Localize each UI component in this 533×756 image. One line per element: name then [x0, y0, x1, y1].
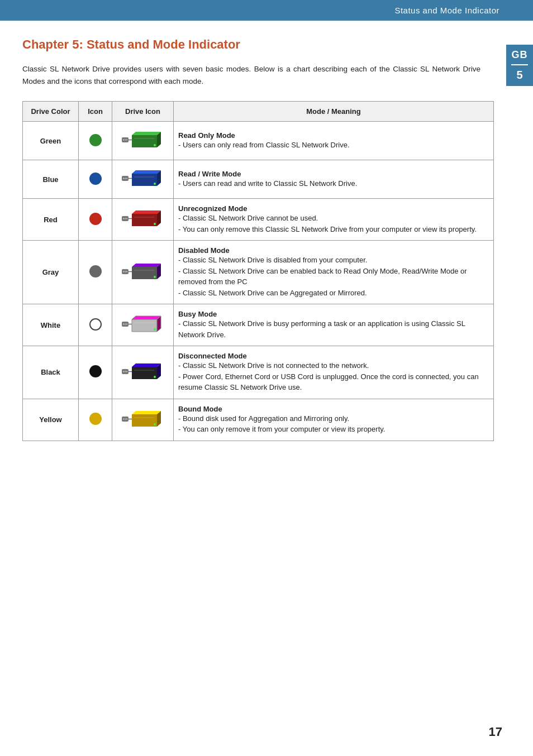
svg-point-13: [126, 178, 127, 179]
mode-desc-1: - Users can read and write to Classic SL…: [178, 178, 489, 189]
language-label: GB: [512, 49, 528, 61]
svg-marker-45: [132, 319, 157, 332]
svg-point-3: [126, 140, 127, 141]
mode-title-3: Disabled Mode: [178, 246, 230, 255]
drive-icon-svg-2: [121, 206, 165, 231]
svg-point-32: [125, 271, 126, 272]
table-row: BlueRead / Write Mode- Users can read an…: [23, 160, 494, 199]
mode-desc-2: - Classic SL Network Drive cannot be use…: [178, 213, 489, 235]
svg-marker-16: [132, 170, 161, 174]
cell-dot-0: [79, 122, 112, 160]
cell-mode-0: Read Only Mode- Users can only read from…: [174, 122, 494, 160]
table-row: GreenRead Only Mode- Users can only read…: [23, 122, 494, 160]
status-dot-gray: [89, 265, 102, 277]
mode-desc-6: - Bound disk used for Aggregation and Mi…: [178, 413, 489, 435]
svg-point-61: [123, 418, 124, 419]
drive-icon-svg-0: [121, 127, 165, 152]
svg-point-23: [126, 218, 127, 219]
mode-table: Drive Color Icon Drive Icon Mode / Meani…: [22, 101, 494, 441]
svg-point-53: [126, 371, 127, 372]
cell-mode-6: Bound Mode- Bound disk used for Aggregat…: [174, 399, 494, 441]
mode-desc-4: - Classic SL Network Drive is busy perfo…: [178, 318, 489, 340]
svg-point-63: [126, 418, 127, 419]
svg-point-9: [154, 144, 156, 146]
side-tab-divider: [511, 64, 528, 65]
svg-point-29: [154, 223, 156, 225]
table-row: GrayDisabled Mode- Classic SL Network Dr…: [23, 241, 494, 304]
status-dot-black: [89, 365, 102, 377]
table-row: RedUnrecognized Mode- Classic SL Network…: [23, 199, 494, 241]
svg-marker-65: [132, 414, 157, 427]
mode-title-0: Read Only Mode: [178, 131, 235, 140]
cell-drive-icon-0: [112, 122, 174, 160]
cell-dot-4: [79, 304, 112, 346]
cell-mode-5: Disconnected Mode- Classic SL Network Dr…: [174, 346, 494, 399]
intro-paragraph: Classic SL Network Drive provides users …: [22, 63, 480, 87]
svg-point-12: [125, 178, 126, 179]
cell-color-6: Yellow: [23, 399, 79, 441]
svg-marker-56: [132, 363, 161, 367]
svg-marker-55: [132, 367, 157, 379]
cell-dot-3: [79, 241, 112, 304]
side-tab: GB 5: [506, 45, 533, 86]
cell-color-3: Gray: [23, 241, 79, 304]
drive-icon-svg-6: [121, 406, 165, 432]
svg-point-41: [123, 324, 124, 325]
cell-color-4: White: [23, 304, 79, 346]
status-dot-blue: [89, 173, 102, 185]
svg-point-43: [126, 324, 127, 325]
svg-marker-46: [132, 316, 161, 319]
chapter-title: Chapter 5: Status and Mode Indicator: [22, 37, 494, 52]
mode-title-2: Unrecognized Mode: [178, 204, 248, 213]
cell-dot-6: [79, 399, 112, 441]
svg-marker-36: [132, 264, 161, 267]
cell-drive-icon-2: [112, 199, 174, 241]
chapter-number-label: 5: [516, 69, 522, 82]
cell-dot-5: [79, 346, 112, 399]
cell-mode-3: Disabled Mode- Classic SL Network Drive …: [174, 241, 494, 304]
svg-point-2: [125, 140, 126, 141]
status-dot-red: [89, 213, 102, 225]
svg-point-42: [125, 324, 126, 325]
svg-point-21: [123, 218, 124, 219]
svg-marker-66: [132, 411, 161, 414]
mode-title-5: Disconnected Mode: [178, 352, 247, 360]
svg-point-22: [125, 218, 126, 219]
table-row: BlackDisconnected Mode- Classic SL Netwo…: [23, 346, 494, 399]
mode-title-4: Busy Mode: [178, 310, 217, 318]
svg-point-62: [125, 418, 126, 419]
col-header-drive-icon: Drive Icon: [112, 102, 174, 122]
cell-dot-2: [79, 199, 112, 241]
drive-icon-svg-4: [121, 312, 165, 337]
drive-icon-svg-1: [121, 166, 165, 191]
cell-color-0: Green: [23, 122, 79, 160]
status-dot-yellow: [89, 413, 102, 425]
svg-point-1: [123, 140, 124, 141]
table-row: YellowBound Mode- Bound disk used for Ag…: [23, 399, 494, 441]
cell-drive-icon-5: [112, 346, 174, 399]
cell-color-5: Black: [23, 346, 79, 399]
svg-point-19: [154, 183, 156, 185]
col-header-mode: Mode / Meaning: [174, 102, 494, 122]
cell-mode-1: Read / Write Mode- Users can read and wr…: [174, 160, 494, 199]
header-title: Status and Mode Indicator: [394, 6, 499, 15]
cell-mode-4: Busy Mode- Classic SL Network Drive is b…: [174, 304, 494, 346]
svg-point-51: [123, 371, 124, 372]
svg-marker-25: [132, 214, 157, 226]
svg-marker-6: [132, 132, 161, 135]
status-dot-white: [89, 318, 102, 331]
cell-drive-icon-1: [112, 160, 174, 199]
mode-desc-0: - Users can only read from Classic SL Ne…: [178, 140, 489, 151]
mode-title-6: Bound Mode: [178, 405, 222, 413]
cell-dot-1: [79, 160, 112, 199]
table-row: WhiteBusy Mode- Classic SL Network Drive…: [23, 304, 494, 346]
svg-point-49: [154, 328, 156, 331]
svg-marker-26: [132, 210, 161, 214]
cell-drive-icon-3: [112, 241, 174, 304]
header-bar: Status and Mode Indicator: [0, 0, 533, 21]
cell-mode-2: Unrecognized Mode- Classic SL Network Dr…: [174, 199, 494, 241]
svg-marker-15: [132, 174, 157, 186]
svg-point-52: [125, 371, 126, 372]
drive-icon-svg-3: [121, 259, 165, 284]
cell-color-2: Red: [23, 199, 79, 241]
